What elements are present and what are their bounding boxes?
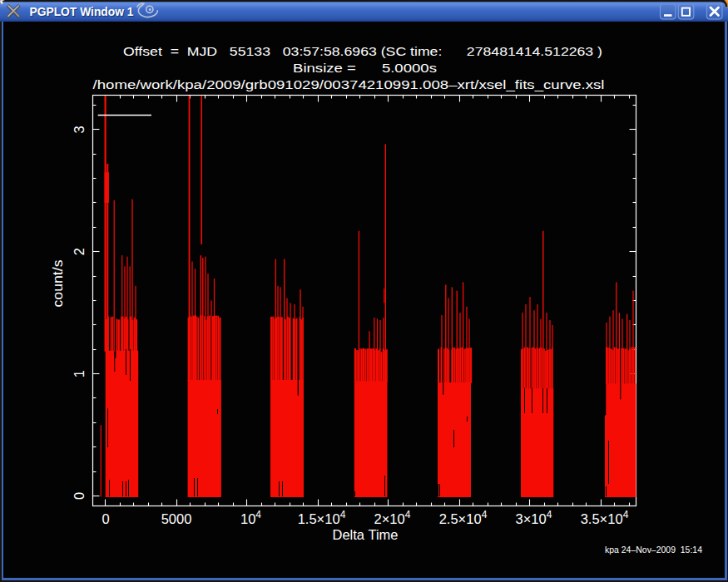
svg-text:count/s: count/s (50, 260, 65, 308)
svg-text:104: 104 (240, 509, 261, 526)
svg-text:0: 0 (72, 492, 87, 500)
svg-text:Delta Time: Delta Time (333, 527, 399, 543)
svg-text:3×104: 3×104 (516, 509, 552, 526)
svg-text:3.5×104: 3.5×104 (581, 509, 629, 526)
svg-text:3: 3 (72, 126, 87, 133)
svg-text:kpa 24–Nov–2009 15:14: kpa 24–Nov–2009 15:14 (605, 545, 703, 555)
svg-text:1.5×104: 1.5×104 (298, 509, 346, 526)
svg-text:Offset = MJD 55133 03:57: Offset = MJD 55133 03:57:58.6963 (SC tim… (123, 44, 602, 58)
svg-text:5000: 5000 (161, 511, 192, 526)
svg-text:2.5×104: 2.5×104 (439, 509, 488, 526)
svg-text:2: 2 (72, 248, 87, 255)
svg-text:0: 0 (102, 511, 109, 526)
svg-text:Binsize = 5.0000s: Binsize = 5.0000s (293, 61, 437, 75)
svg-text:/home/work/kpa/2009/grb091029/: /home/work/kpa/2009/grb091029/0037421099… (93, 77, 605, 91)
svg-text:2×104: 2×104 (374, 509, 411, 526)
svg-text:1: 1 (72, 370, 87, 377)
